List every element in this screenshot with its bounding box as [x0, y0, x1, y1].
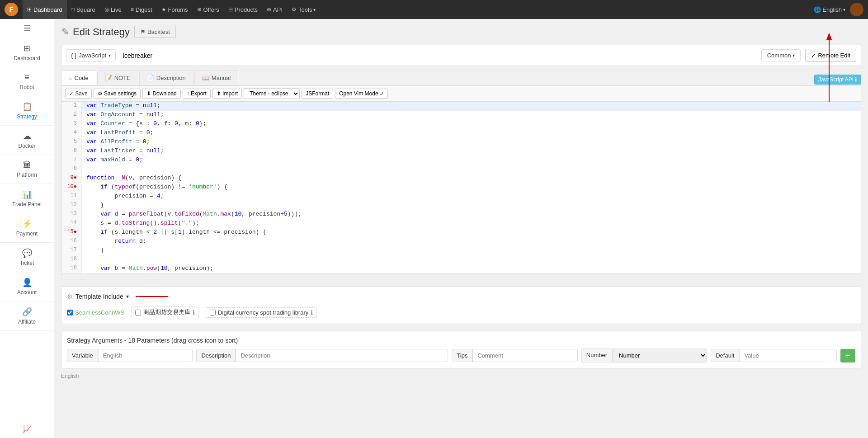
number-select[interactable]: Number — [612, 349, 707, 363]
nav-offers[interactable]: ⊕ Offers — [193, 0, 224, 19]
backtest-icon: ⚑ — [140, 28, 146, 35]
api-nav-icon: ⊗ — [267, 6, 271, 13]
sidebar-item-dashboard[interactable]: ⊞ Dashboard — [0, 38, 54, 67]
code-line: 7 var maxHold = 0; — [61, 156, 861, 165]
theme-select[interactable]: Theme - eclipse — [244, 88, 300, 99]
sidebar-item-affiliate[interactable]: 🔗 Affiliate — [0, 301, 54, 331]
manual-tab-icon: 📖 — [202, 75, 209, 81]
dashboard-nav-icon: ⊞ — [27, 6, 32, 13]
template-include-section: ⚙ Template Include ▾ SeamlessC — [61, 286, 861, 324]
default-label: Default — [711, 349, 739, 362]
lib-futures-checkbox[interactable] — [135, 310, 141, 316]
lib-digital-label[interactable]: Digital currency spot trading library — [218, 309, 308, 316]
strategy-name-input[interactable] — [120, 50, 757, 61]
tab-note[interactable]: 📝 NOTE — [97, 71, 138, 85]
export-button[interactable]: ↑ Export — [183, 89, 211, 99]
code-line: 8 — [61, 165, 861, 174]
code-line: 5 var AllProfit = 0; — [61, 138, 861, 147]
args-variable-col: Variable — [67, 349, 193, 362]
args-input-row: Variable Description Tips — [67, 349, 855, 363]
add-parameter-button[interactable]: + — [840, 349, 855, 363]
platform-icon: 🏛 — [23, 160, 31, 170]
code-line: 4 var LastProfit = 0; — [61, 129, 861, 138]
tools-nav-icon: ⚙ — [292, 6, 297, 13]
payment-icon: ⚡ — [22, 219, 32, 229]
code-editor[interactable]: 1 var TradeType = null; 2 var OrgAccount… — [61, 102, 861, 273]
lib-futures-label[interactable]: 商品期货交易类库 — [143, 308, 190, 316]
tab-code[interactable]: ≡ Code — [61, 71, 96, 85]
nav-digest[interactable]: ≡ Digest — [126, 0, 157, 19]
sidebar-item-platform[interactable]: 🏛 Platform — [0, 155, 54, 184]
offers-nav-icon: ⊕ — [197, 6, 202, 13]
code-scrollbar[interactable] — [61, 273, 861, 279]
stats-icon: 📈 — [0, 420, 54, 438]
content-area: ✎ Edit Strategy ⚑ Backtest { } JavaScrip… — [54, 19, 868, 438]
products-nav-icon: ⊟ — [228, 6, 233, 13]
code-tab-icon: ≡ — [69, 75, 72, 81]
nav-tools[interactable]: ⚙ Tools ▾ — [287, 0, 320, 19]
remote-edit-button[interactable]: ⤢ Remote Edit — [805, 49, 856, 62]
code-toolbar: ✓ Save ⚙ Save settings ⬇ Download ↑ Expo… — [61, 86, 861, 102]
dashboard-icon: ⊞ — [24, 43, 30, 53]
jsformat-button[interactable]: JSFormat — [302, 89, 333, 99]
nav-square[interactable]: □ Square — [67, 0, 100, 19]
variable-input[interactable] — [98, 349, 193, 362]
tips-label: Tips — [452, 349, 472, 362]
args-description-col: Description — [196, 349, 448, 362]
language-selector[interactable]: 🌐 English ▾ — [814, 6, 845, 13]
tab-manual[interactable]: 📖 Manual — [194, 71, 239, 85]
default-input[interactable] — [739, 349, 836, 362]
download-button[interactable]: ⬇ Download — [142, 89, 181, 99]
group-dropdown[interactable]: Common ▾ — [761, 49, 801, 61]
edit-pencil-icon: ✎ — [61, 26, 69, 38]
nav-api[interactable]: ⊗ API — [262, 0, 287, 19]
lib-seamless-item: SeamlessConnWS — [67, 309, 124, 316]
top-navigation: F ⊞ Dashboard □ Square ◎ Live ≡ Digest ★… — [0, 0, 868, 19]
lib-seamless-label[interactable]: SeamlessConnWS — [75, 309, 124, 316]
description-input[interactable] — [236, 349, 448, 362]
args-number-col: Number Number — [581, 349, 707, 363]
lib-futures-info-icon[interactable]: ℹ — [193, 309, 195, 316]
template-include-header[interactable]: ⚙ Template Include ▾ — [67, 292, 855, 301]
vim-mode-button[interactable]: Open Vim Mode ⤢ — [335, 89, 388, 99]
nav-dashboard[interactable]: ⊞ Dashboard — [23, 0, 67, 19]
sidebar-item-payment[interactable]: ⚡ Payment — [0, 213, 54, 243]
lib-seamless-checkbox[interactable] — [67, 310, 73, 316]
args-tips-col: Tips — [452, 349, 577, 362]
note-tab-icon: 📝 — [105, 75, 112, 81]
sidebar-item-ticket[interactable]: 💬 Ticket — [0, 243, 54, 272]
save-button[interactable]: ✓ Save — [65, 89, 92, 99]
vim-expand-icon: ⤢ — [380, 91, 384, 97]
tab-description[interactable]: 📄 Description — [139, 71, 193, 85]
remote-edit-icon: ⤢ — [811, 52, 816, 59]
lib-digital-checkbox[interactable] — [210, 310, 216, 316]
user-avatar[interactable] — [850, 3, 863, 16]
template-arrow-annotation — [136, 292, 172, 301]
sidebar: ☰ ⊞ Dashboard ≡ Robot 📋 Strategy ☁ Docke… — [0, 19, 54, 438]
code-line: 18 — [61, 255, 861, 264]
robot-icon: ≡ — [24, 73, 29, 82]
nav-forums[interactable]: ★ Forums — [157, 0, 193, 19]
sidebar-item-docker[interactable]: ☁ Docker — [0, 126, 54, 155]
strategy-header: { } JavaScript ▾ Common ▾ ⤢ Remote Edit — [61, 45, 861, 66]
tips-input[interactable] — [472, 349, 577, 362]
footer: English — [61, 368, 861, 384]
nav-live[interactable]: ◎ Live — [100, 0, 126, 19]
backtest-button[interactable]: ⚑ Backtest — [134, 26, 176, 38]
code-line: 10● if (typeof(precision) != 'number') { — [61, 183, 861, 192]
number-label: Number — [581, 349, 612, 363]
sidebar-hamburger-icon[interactable]: ☰ — [0, 19, 54, 38]
javascript-api-button[interactable]: JavaScript API ℹ — [814, 75, 861, 85]
save-settings-button[interactable]: ⚙ Save settings — [94, 89, 141, 99]
sidebar-item-robot[interactable]: ≡ Robot — [0, 67, 54, 96]
import-button[interactable]: ⬆ Import — [212, 89, 242, 99]
sidebar-item-strategy[interactable]: 📋 Strategy — [0, 96, 54, 126]
lib-digital-info-icon[interactable]: ℹ — [311, 309, 313, 316]
language-dropdown[interactable]: { } JavaScript ▾ — [66, 49, 116, 61]
strategy-icon: 📋 — [22, 102, 32, 112]
sidebar-item-trade-panel[interactable]: 📊 Trade Panel — [0, 184, 54, 213]
sidebar-item-account[interactable]: 👤 Account — [0, 272, 54, 301]
nav-products[interactable]: ⊟ Products — [224, 0, 262, 19]
affiliate-icon: 🔗 — [22, 307, 32, 317]
globe-icon: 🌐 — [814, 6, 821, 13]
